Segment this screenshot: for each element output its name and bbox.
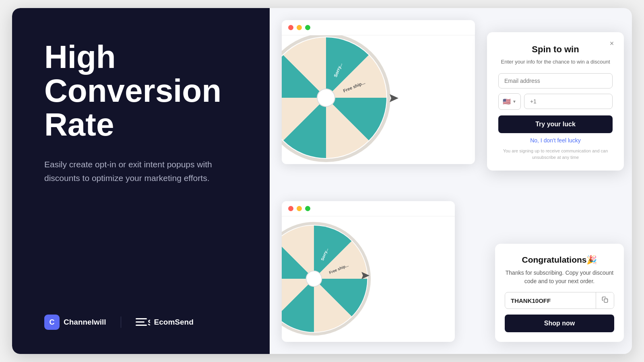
ecomsend-logo-icon: S bbox=[136, 317, 150, 328]
brand-logos: C Channelwill S EcomSend bbox=[44, 315, 237, 330]
title-line2: Conversion bbox=[44, 73, 221, 109]
spin-disclaimer: You are signing up to receive communicat… bbox=[498, 148, 613, 161]
discount-code: THANK10OFF bbox=[505, 293, 596, 308]
congrats-panel: Congratulations🎉 Thanks for subscribing.… bbox=[495, 244, 624, 342]
dot-yellow-top[interactable] bbox=[297, 25, 302, 30]
svg-point-26 bbox=[306, 271, 322, 287]
wheel-arrow-bottom bbox=[361, 272, 369, 281]
brand-ecomsend: S EcomSend bbox=[136, 317, 194, 328]
svg-marker-15 bbox=[390, 94, 398, 102]
phone-row: 🇺🇸 ▼ bbox=[498, 93, 613, 110]
browser-wheel-area-top: Free shipping Almost 10% OFF No luck 15%… bbox=[282, 35, 475, 164]
channelwill-name: Channelwill bbox=[64, 318, 106, 327]
country-select[interactable]: 🇺🇸 ▼ bbox=[498, 93, 521, 110]
svg-rect-0 bbox=[136, 318, 147, 319]
main-container: High Conversion Rate Easily create opt-i… bbox=[12, 8, 632, 354]
phone-input[interactable] bbox=[524, 94, 613, 109]
brand-channelwill: C Channelwill bbox=[44, 315, 106, 330]
flag-emoji: 🇺🇸 bbox=[503, 98, 511, 105]
browser-window-top: Free shipping Almost 10% OFF No luck 15%… bbox=[282, 20, 475, 164]
channelwill-icon: C bbox=[44, 315, 60, 330]
spin-title: Spin to win bbox=[498, 44, 613, 55]
discount-row: THANK10OFF bbox=[505, 292, 614, 309]
dot-red-bottom[interactable] bbox=[288, 206, 293, 211]
hero-title: High Conversion Rate bbox=[44, 40, 237, 142]
ecomsend-name: EcomSend bbox=[154, 318, 194, 327]
brand-divider bbox=[121, 317, 121, 328]
dropdown-arrow: ▼ bbox=[512, 99, 516, 104]
browser-bar-bottom bbox=[282, 201, 455, 216]
hero-content: High Conversion Rate Easily create opt-i… bbox=[44, 40, 237, 185]
dot-yellow-bottom[interactable] bbox=[297, 206, 302, 211]
dot-green-bottom[interactable] bbox=[305, 206, 310, 211]
svg-rect-2 bbox=[136, 325, 147, 326]
title-line1: High bbox=[44, 39, 116, 75]
no-luck-link[interactable]: No, I don't feel lucky bbox=[498, 137, 613, 144]
svg-rect-28 bbox=[604, 299, 608, 302]
wheel-bottom: Free shipping Almost 10% OFF No luck 15%… bbox=[282, 218, 374, 339]
close-button[interactable]: × bbox=[606, 38, 617, 49]
copy-button[interactable] bbox=[596, 292, 614, 309]
wheel-svg-bottom: Free shipping Almost 10% OFF No luck 15%… bbox=[282, 218, 374, 339]
spin-subtitle: Enter your info for the chance to win a … bbox=[498, 58, 613, 66]
svg-rect-1 bbox=[136, 321, 144, 323]
wheel-top: Free shipping Almost 10% OFF No luck 15%… bbox=[282, 35, 402, 164]
title-line3: Rate bbox=[44, 107, 114, 142]
svg-text:S: S bbox=[148, 318, 150, 327]
email-input[interactable] bbox=[498, 73, 613, 88]
right-panel: Free shipping Almost 10% OFF No luck 15%… bbox=[270, 8, 632, 354]
left-panel: High Conversion Rate Easily create opt-i… bbox=[12, 8, 270, 354]
wheel-svg-top: Free shipping Almost 10% OFF No luck 15%… bbox=[282, 35, 394, 164]
browser-window-bottom: Free shipping Almost 10% OFF No luck 15%… bbox=[282, 201, 455, 342]
browser-wheel-area-bottom: Free shipping Almost 10% OFF No luck 15%… bbox=[282, 216, 455, 341]
copy-icon bbox=[602, 296, 608, 303]
svg-marker-27 bbox=[361, 272, 369, 279]
hero-subtitle: Easily create opt-in or exit intent popu… bbox=[44, 158, 213, 185]
spin-win-panel: × Spin to win Enter your info for the ch… bbox=[487, 32, 624, 171]
svg-point-14 bbox=[317, 89, 335, 107]
wheel-arrow-top bbox=[390, 94, 398, 104]
shop-now-button[interactable]: Shop now bbox=[505, 315, 614, 332]
dot-red-top[interactable] bbox=[288, 25, 293, 30]
dot-green-top[interactable] bbox=[305, 25, 310, 30]
congrats-title: Congratulations🎉 bbox=[505, 255, 614, 265]
try-luck-button[interactable]: Try your luck bbox=[498, 115, 613, 133]
browser-bar-top bbox=[282, 20, 475, 35]
congrats-message: Thanks for subscribing. Copy your discou… bbox=[505, 269, 614, 286]
